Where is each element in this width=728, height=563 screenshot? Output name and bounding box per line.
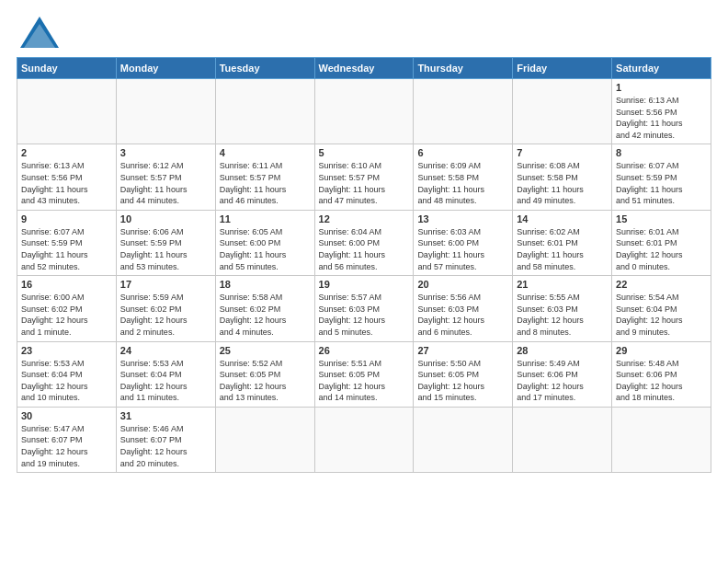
weekday-sunday: Sunday: [17, 58, 117, 79]
day-number: 4: [220, 147, 311, 158]
day-cell: 18Sunrise: 5:58 AMSunset: 6:02 PMDayligh…: [215, 276, 314, 341]
day-info: Sunrise: 5:56 AMSunset: 6:03 PMDaylight:…: [417, 292, 508, 338]
weekday-header-row: SundayMondayTuesdayWednesdayThursdayFrid…: [17, 58, 711, 79]
day-info: Sunrise: 5:46 AMSunset: 6:07 PMDaylight:…: [120, 423, 211, 469]
day-number: 19: [319, 279, 410, 290]
day-info: Sunrise: 5:54 AMSunset: 6:04 PMDaylight:…: [616, 292, 707, 338]
day-cell: 17Sunrise: 5:59 AMSunset: 6:02 PMDayligh…: [116, 276, 215, 341]
day-info: Sunrise: 6:01 AMSunset: 6:01 PMDaylight:…: [616, 226, 707, 272]
day-cell: 5Sunrise: 6:10 AMSunset: 5:57 PMDaylight…: [314, 144, 414, 210]
day-info: Sunrise: 5:47 AMSunset: 6:07 PMDaylight:…: [21, 423, 112, 469]
day-info: Sunrise: 6:03 AMSunset: 6:00 PMDaylight:…: [417, 226, 508, 272]
day-cell: 27Sunrise: 5:50 AMSunset: 6:05 PMDayligh…: [414, 341, 513, 407]
day-info: Sunrise: 6:12 AMSunset: 5:57 PMDaylight:…: [120, 160, 211, 206]
day-number: 18: [220, 279, 311, 290]
day-number: 15: [616, 213, 707, 224]
weekday-saturday: Saturday: [612, 58, 711, 79]
day-number: 3: [120, 147, 211, 158]
day-number: 23: [21, 345, 112, 356]
day-cell: [513, 407, 612, 472]
day-info: Sunrise: 5:49 AMSunset: 6:06 PMDaylight:…: [517, 358, 608, 404]
day-number: 12: [319, 213, 410, 224]
day-number: 16: [21, 279, 112, 290]
week-row-5: 30Sunrise: 5:47 AMSunset: 6:07 PMDayligh…: [17, 407, 711, 472]
day-info: Sunrise: 6:13 AMSunset: 5:56 PMDaylight:…: [21, 160, 112, 206]
day-number: 26: [319, 345, 410, 356]
day-cell: [215, 79, 314, 144]
day-number: 5: [319, 147, 410, 158]
day-info: Sunrise: 6:07 AMSunset: 5:59 PMDaylight:…: [21, 226, 112, 272]
day-cell: 13Sunrise: 6:03 AMSunset: 6:00 PMDayligh…: [414, 210, 513, 275]
day-cell: 16Sunrise: 6:00 AMSunset: 6:02 PMDayligh…: [17, 276, 117, 341]
day-cell: 15Sunrise: 6:01 AMSunset: 6:01 PMDayligh…: [612, 210, 711, 275]
day-cell: 25Sunrise: 5:52 AMSunset: 6:05 PMDayligh…: [215, 341, 314, 407]
day-number: 10: [120, 213, 211, 224]
day-number: 6: [417, 147, 508, 158]
week-row-4: 23Sunrise: 5:53 AMSunset: 6:04 PMDayligh…: [17, 341, 711, 407]
day-cell: [17, 79, 117, 144]
week-row-1: 2Sunrise: 6:13 AMSunset: 5:56 PMDaylight…: [17, 144, 711, 210]
day-number: 28: [517, 345, 608, 356]
week-row-2: 9Sunrise: 6:07 AMSunset: 5:59 PMDaylight…: [17, 210, 711, 275]
day-info: Sunrise: 5:51 AMSunset: 6:05 PMDaylight:…: [319, 358, 410, 404]
day-cell: 29Sunrise: 5:48 AMSunset: 6:06 PMDayligh…: [612, 341, 711, 407]
week-row-0: 1Sunrise: 6:13 AMSunset: 5:56 PMDaylight…: [17, 79, 711, 144]
day-cell: 26Sunrise: 5:51 AMSunset: 6:05 PMDayligh…: [314, 341, 414, 407]
day-cell: 20Sunrise: 5:56 AMSunset: 6:03 PMDayligh…: [414, 276, 513, 341]
day-cell: 3Sunrise: 6:12 AMSunset: 5:57 PMDaylight…: [116, 144, 215, 210]
day-number: 2: [21, 147, 112, 158]
day-info: Sunrise: 6:07 AMSunset: 5:59 PMDaylight:…: [616, 160, 707, 206]
week-row-3: 16Sunrise: 6:00 AMSunset: 6:02 PMDayligh…: [17, 276, 711, 341]
day-number: 25: [220, 345, 311, 356]
day-number: 29: [616, 345, 707, 356]
day-info: Sunrise: 6:00 AMSunset: 6:02 PMDaylight:…: [21, 292, 112, 338]
day-info: Sunrise: 6:11 AMSunset: 5:57 PMDaylight:…: [220, 160, 311, 206]
day-number: 8: [616, 147, 707, 158]
day-number: 30: [21, 410, 112, 421]
day-cell: 24Sunrise: 5:53 AMSunset: 6:04 PMDayligh…: [116, 341, 215, 407]
day-cell: [314, 79, 414, 144]
day-info: Sunrise: 5:58 AMSunset: 6:02 PMDaylight:…: [220, 292, 311, 338]
page: SundayMondayTuesdayWednesdayThursdayFrid…: [0, 0, 728, 563]
day-cell: 14Sunrise: 6:02 AMSunset: 6:01 PMDayligh…: [513, 210, 612, 275]
day-number: 22: [616, 279, 707, 290]
day-cell: 23Sunrise: 5:53 AMSunset: 6:04 PMDayligh…: [17, 341, 117, 407]
day-cell: 4Sunrise: 6:11 AMSunset: 5:57 PMDaylight…: [215, 144, 314, 210]
day-number: 31: [120, 410, 211, 421]
day-cell: 6Sunrise: 6:09 AMSunset: 5:58 PMDaylight…: [414, 144, 513, 210]
day-cell: [513, 79, 612, 144]
day-info: Sunrise: 6:08 AMSunset: 5:58 PMDaylight:…: [517, 160, 608, 206]
weekday-tuesday: Tuesday: [215, 58, 314, 79]
day-number: 9: [21, 213, 112, 224]
day-info: Sunrise: 5:52 AMSunset: 6:05 PMDaylight:…: [220, 358, 311, 404]
day-number: 7: [517, 147, 608, 158]
day-cell: [116, 79, 215, 144]
day-cell: 19Sunrise: 5:57 AMSunset: 6:03 PMDayligh…: [314, 276, 414, 341]
day-cell: [314, 407, 414, 472]
day-cell: 11Sunrise: 6:05 AMSunset: 6:00 PMDayligh…: [215, 210, 314, 275]
day-cell: 28Sunrise: 5:49 AMSunset: 6:06 PMDayligh…: [513, 341, 612, 407]
day-info: Sunrise: 6:09 AMSunset: 5:58 PMDaylight:…: [417, 160, 508, 206]
day-info: Sunrise: 5:55 AMSunset: 6:03 PMDaylight:…: [517, 292, 608, 338]
weekday-wednesday: Wednesday: [314, 58, 414, 79]
day-number: 20: [417, 279, 508, 290]
day-cell: [414, 79, 513, 144]
day-info: Sunrise: 5:48 AMSunset: 6:06 PMDaylight:…: [616, 358, 707, 404]
logo-icon: [17, 15, 63, 52]
weekday-monday: Monday: [116, 58, 215, 79]
day-number: 21: [517, 279, 608, 290]
day-info: Sunrise: 6:02 AMSunset: 6:01 PMDaylight:…: [517, 226, 608, 272]
header: [17, 15, 711, 52]
day-info: Sunrise: 6:06 AMSunset: 5:59 PMDaylight:…: [120, 226, 211, 272]
day-number: 24: [120, 345, 211, 356]
day-number: 13: [417, 213, 508, 224]
day-number: 27: [417, 345, 508, 356]
day-cell: 10Sunrise: 6:06 AMSunset: 5:59 PMDayligh…: [116, 210, 215, 275]
day-info: Sunrise: 5:57 AMSunset: 6:03 PMDaylight:…: [319, 292, 410, 338]
day-info: Sunrise: 5:53 AMSunset: 6:04 PMDaylight:…: [21, 358, 112, 404]
calendar-table: SundayMondayTuesdayWednesdayThursdayFrid…: [17, 57, 711, 473]
day-number: 11: [220, 213, 311, 224]
day-info: Sunrise: 6:05 AMSunset: 6:00 PMDaylight:…: [220, 226, 311, 272]
day-number: 14: [517, 213, 608, 224]
day-cell: 30Sunrise: 5:47 AMSunset: 6:07 PMDayligh…: [17, 407, 117, 472]
